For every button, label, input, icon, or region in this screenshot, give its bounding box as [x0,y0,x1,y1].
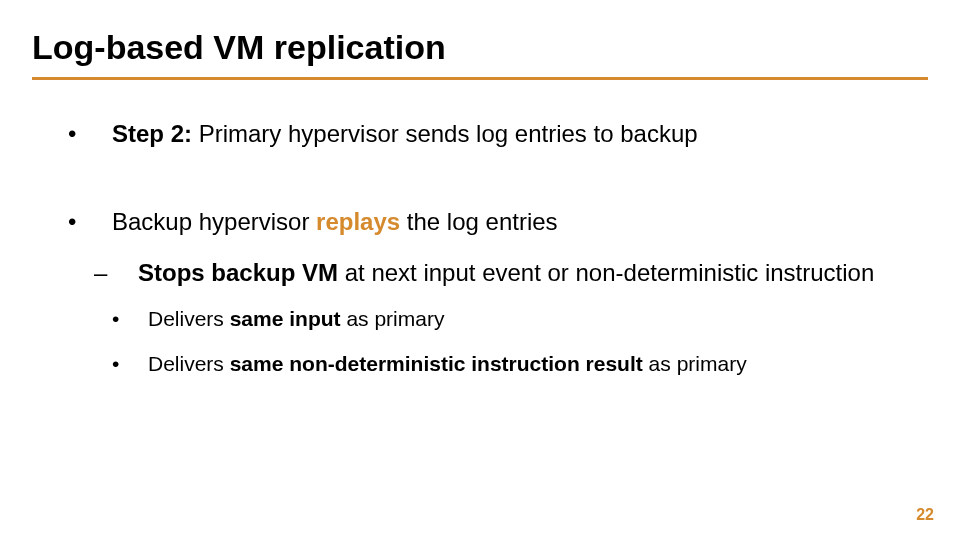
backup-pre: Backup hypervisor [112,208,316,235]
subbullet-stops: –Stops backup VM at next input event or … [90,257,918,289]
dash-icon: – [116,257,138,289]
stops-emph: Stops backup VM [138,259,338,286]
nd-pre: Delivers [148,352,230,375]
bullet-icon: • [90,206,112,238]
slide-body: •Step 2: Primary hypervisor sends log en… [32,80,928,378]
bullet-icon: • [130,305,148,333]
bullet-step2: •Step 2: Primary hypervisor sends log en… [90,118,918,150]
nd-post: as primary [643,352,747,375]
bullet-icon: • [90,118,112,150]
backup-post: the log entries [400,208,557,235]
si-pre: Delivers [148,307,230,330]
subsubbullet-same-input: •Delivers same input as primary [90,305,918,333]
slide: Log-based VM replication •Step 2: Primar… [0,0,960,540]
bullet-icon: • [130,350,148,378]
slide-title: Log-based VM replication [32,28,928,67]
page-number: 22 [916,506,934,524]
step2-label: Step 2: [112,120,192,147]
si-post: as primary [341,307,445,330]
backup-emph: replays [316,208,400,235]
stops-post: at next input event or non-deterministic… [338,259,874,286]
step2-text: Primary hypervisor sends log entries to … [192,120,698,147]
nd-emph: same non-deterministic instruction resul… [230,352,643,375]
si-emph: same input [230,307,341,330]
subsubbullet-same-nd: •Delivers same non-deterministic instruc… [90,350,918,378]
bullet-backup: •Backup hypervisor replays the log entri… [90,206,918,238]
